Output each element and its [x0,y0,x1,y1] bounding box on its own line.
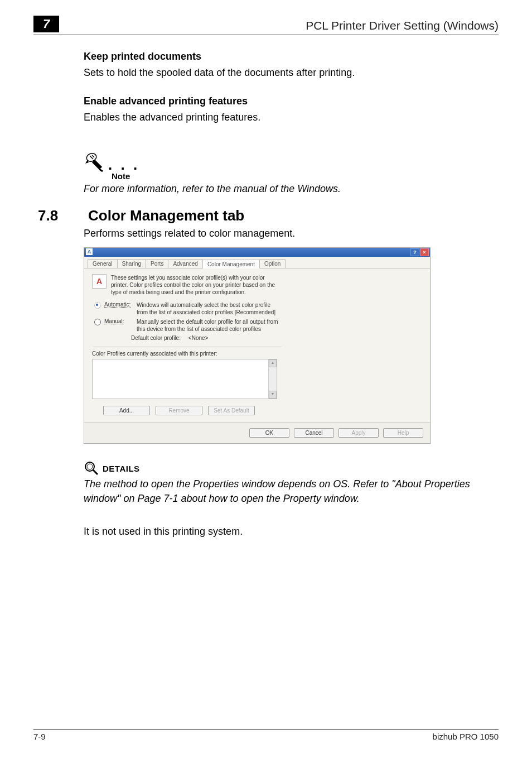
close-button[interactable]: × [420,248,429,256]
ok-button[interactable]: OK [249,428,289,438]
radio-manual[interactable] [94,319,101,325]
radio-automatic-label: Automatic: [104,301,133,308]
page-header-title: PCL Printer Driver Setting (Windows) [306,19,499,32]
profiles-listbox[interactable]: ▴ ▾ [92,359,277,399]
final-note-text: It is not used in this printing system. [33,526,499,538]
tab-sharing[interactable]: Sharing [117,259,146,268]
details-label: DETAILS [103,464,140,473]
section-number: 7.8 [33,207,88,224]
color-mgmt-info-text: These settings let you associate color p… [111,274,283,296]
help-button[interactable]: ? [410,248,419,256]
listbox-scrollbar[interactable]: ▴ ▾ [268,359,277,399]
tab-general[interactable]: General [88,259,118,268]
note-text: For more information, refer to the manua… [84,183,493,195]
radio-automatic[interactable] [94,302,101,309]
heading-enable-advanced: Enable advanced printing features [84,95,493,107]
note-label: Note [112,171,493,181]
printer-warning-icon: A [92,274,107,289]
radio-automatic-desc: Windows will automatically select the be… [137,301,283,316]
radio-manual-label: Manual: [104,318,133,324]
dialog-tabs: General Sharing Ports Advanced Color Man… [84,257,430,268]
magnifier-icon [84,460,99,476]
text-enable-advanced: Enables the advanced printing features. [84,111,493,124]
radio-manual-desc: Manually select the default color profil… [137,318,283,333]
scroll-up-icon[interactable]: ▴ [269,359,277,367]
cancel-button[interactable]: Cancel [294,428,334,438]
remove-button[interactable]: Remove [156,406,202,415]
dialog-titlebar: A ? × [84,248,430,257]
set-default-button[interactable]: Set As Default [208,406,255,415]
note-hand-icon [84,152,106,174]
footer-page-number: 7-9 [33,732,46,741]
svg-point-3 [85,462,94,471]
svg-line-2 [92,155,94,157]
text-keep-printed: Sets to hold the spooled data of the doc… [84,66,493,80]
section-title: Color Management tab [88,207,244,224]
default-profile-label: Default color profile: [131,335,181,341]
app-icon: A [86,248,93,255]
help-bottom-button[interactable]: Help [383,428,423,438]
tab-color-management[interactable]: Color Management [202,260,260,268]
tab-advanced[interactable]: Advanced [168,259,202,268]
associated-profiles-label: Color Profiles currently associated with… [92,351,283,357]
svg-point-4 [87,464,93,469]
scroll-down-icon[interactable]: ▾ [269,391,277,399]
apply-button[interactable]: Apply [338,428,379,438]
svg-line-5 [93,470,98,474]
default-profile-value: <None> [188,335,209,341]
section-subtitle: Performs settings related to color manag… [33,228,499,239]
details-text: The method to open the Properties window… [84,477,499,505]
divider [92,347,283,347]
add-button[interactable]: Add... [103,406,150,415]
tab-option[interactable]: Option [259,259,286,268]
tab-ports[interactable]: Ports [146,259,168,268]
chapter-badge: 7 [33,16,59,32]
footer-product-name: bizhub PRO 1050 [433,732,499,741]
properties-dialog: A ? × General Sharing Ports Advanced Col… [84,247,431,444]
heading-keep-printed: Keep printed documents [84,51,493,63]
